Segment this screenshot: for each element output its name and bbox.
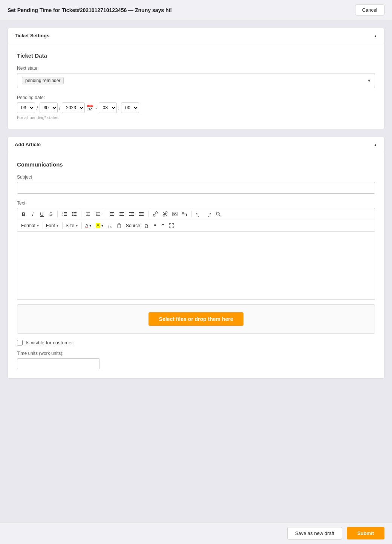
communications-title: Communications <box>17 161 375 168</box>
indent-button[interactable] <box>93 210 103 218</box>
unlink-button[interactable] <box>161 210 170 218</box>
link-button[interactable] <box>151 210 160 218</box>
unordered-list-icon <box>72 211 77 217</box>
minute-select[interactable]: 00 <box>121 102 139 113</box>
font-dropdown[interactable]: Font ▼ <box>44 222 61 229</box>
add-article-collapse-icon <box>374 142 377 147</box>
toolbar-sep-5 <box>191 211 192 217</box>
add-article-header[interactable]: Add Article <box>8 137 384 152</box>
svg-rect-6 <box>74 212 77 213</box>
text-field: Text B I U S <box>17 200 375 369</box>
align-center-button[interactable] <box>117 210 126 218</box>
align-left-icon <box>109 211 115 217</box>
file-drop-area[interactable]: Select files or drop them here <box>17 304 375 334</box>
find-button[interactable] <box>214 210 223 218</box>
svg-rect-26 <box>129 212 134 213</box>
visible-for-customer-label: Is visible for customer: <box>26 340 74 345</box>
visible-for-customer-checkbox[interactable] <box>17 340 23 345</box>
ordered-list-button[interactable]: 1 2 3 <box>60 210 69 218</box>
subject-input[interactable] <box>17 182 375 194</box>
bg-color-button[interactable]: A ▼ <box>94 222 106 230</box>
redo-icon <box>206 211 211 217</box>
ticket-settings-title: Ticket Settings <box>15 33 49 38</box>
submit-button[interactable]: Submit <box>347 527 384 539</box>
svg-rect-7 <box>74 214 77 214</box>
blockquote-button[interactable]: ❝ <box>150 222 159 230</box>
day-select[interactable]: 30 <box>40 102 58 113</box>
svg-text:3: 3 <box>62 214 63 216</box>
format-dropdown[interactable]: Format ▼ <box>20 222 41 229</box>
svg-rect-17 <box>97 214 100 215</box>
svg-rect-29 <box>139 212 144 213</box>
save-draft-button[interactable]: Save as new draft <box>287 527 342 539</box>
undo-icon <box>196 211 201 217</box>
bold-button[interactable]: B <box>20 210 28 218</box>
next-state-select[interactable]: pending reminder <box>17 73 375 88</box>
time-units-input[interactable] <box>17 358 100 369</box>
rte-body[interactable] <box>17 232 375 300</box>
italic-button[interactable]: I <box>29 210 37 218</box>
svg-rect-8 <box>74 215 77 216</box>
citation-button[interactable]: ❞ <box>159 222 167 230</box>
toolbar-sep-1 <box>57 211 58 217</box>
year-select[interactable]: 2023 <box>62 102 85 113</box>
align-left-button[interactable] <box>107 210 116 218</box>
svg-marker-15 <box>86 214 87 215</box>
ticket-settings-body: Ticket Data Next state: pending reminder… <box>8 43 384 129</box>
align-justify-icon <box>139 211 144 217</box>
next-state-field: Next state: pending reminder ▼ <box>17 66 375 88</box>
month-select[interactable]: 03 <box>17 102 35 113</box>
calendar-icon[interactable]: 📅 <box>86 104 94 112</box>
underline-button[interactable]: U <box>38 210 46 218</box>
rte-toolbar-row1: B I U S 1 2 3 <box>17 208 375 220</box>
visible-for-customer-row: Is visible for customer: <box>17 340 375 345</box>
svg-point-9 <box>72 212 73 213</box>
page-header: Set Pending Time for Ticket#202101271012… <box>0 0 392 20</box>
add-article-section: Add Article Communications Subject Text … <box>8 137 384 379</box>
font-color-button[interactable]: A ▼ <box>83 222 94 230</box>
unordered-list-button[interactable] <box>70 210 79 218</box>
add-article-body: Communications Subject Text B I U S <box>8 152 384 378</box>
svg-text:I: I <box>108 224 109 228</box>
date-time-sep: - <box>95 105 97 111</box>
source-button[interactable]: Source <box>124 222 142 230</box>
align-justify-button[interactable] <box>137 210 146 218</box>
fullscreen-button[interactable] <box>167 222 176 230</box>
strikethrough-button[interactable]: S <box>47 210 55 218</box>
indent-icon <box>95 211 101 217</box>
paste-text-button[interactable] <box>115 222 124 230</box>
svg-rect-31 <box>139 215 144 216</box>
cancel-button[interactable]: Cancel <box>355 5 384 15</box>
svg-rect-21 <box>110 214 113 214</box>
ticket-settings-collapse-icon <box>374 33 377 38</box>
outdent-button[interactable] <box>84 210 93 218</box>
undo-button[interactable] <box>194 210 203 218</box>
svg-rect-43 <box>118 223 120 225</box>
size-dropdown[interactable]: Size ▼ <box>64 222 80 229</box>
time-units-label: Time units (work units): <box>17 351 375 356</box>
select-files-button[interactable]: Select files or drop them here <box>149 312 244 326</box>
text-label: Text <box>17 200 375 206</box>
format-chevron-icon: ▼ <box>36 224 40 228</box>
svg-rect-27 <box>131 214 134 214</box>
add-article-title: Add Article <box>15 142 41 147</box>
align-right-button[interactable] <box>127 210 136 218</box>
svg-rect-25 <box>119 215 124 216</box>
bg-color-dropdown-icon: ▼ <box>101 224 104 228</box>
align-center-icon <box>119 211 124 217</box>
clear-format-button[interactable]: I x <box>106 222 115 230</box>
toolbar2-sep-2 <box>62 222 63 229</box>
redo-button[interactable] <box>204 210 213 218</box>
hour-select[interactable]: 08 <box>99 102 117 113</box>
ticket-settings-header[interactable]: Ticket Settings <box>8 28 384 43</box>
svg-rect-24 <box>120 214 123 214</box>
svg-text:x: x <box>110 225 112 228</box>
hr-icon <box>182 211 187 217</box>
image-button[interactable] <box>170 210 179 218</box>
hr-button[interactable] <box>180 210 189 218</box>
toolbar2-sep-1 <box>43 222 43 229</box>
svg-rect-37 <box>186 214 187 216</box>
time-colon: : <box>118 105 120 111</box>
special-chars-button[interactable]: Ω <box>142 222 150 230</box>
toolbar2-sep-3 <box>81 222 82 229</box>
